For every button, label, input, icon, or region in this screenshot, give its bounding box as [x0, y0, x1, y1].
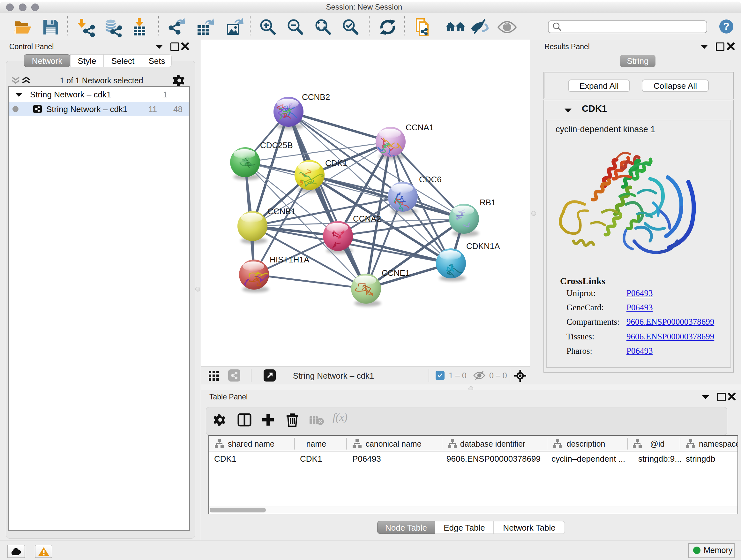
- svg-text:?: ?: [723, 20, 730, 32]
- svg-text:CDK1: CDK1: [325, 159, 347, 168]
- svg-text:CDC25B: CDC25B: [260, 140, 293, 150]
- svg-text:CDKN1A: CDKN1A: [466, 241, 500, 251]
- svg-text:RB1: RB1: [480, 198, 496, 207]
- svg-text:CCNE1: CCNE1: [382, 268, 410, 278]
- svg-text:CCNB1: CCNB1: [267, 206, 295, 216]
- svg-text:CDC6: CDC6: [419, 175, 442, 184]
- svg-text:CCNA1: CCNA1: [406, 123, 434, 132]
- svg-text:CCNA2: CCNA2: [353, 214, 381, 224]
- svg-text:HIST1H1A: HIST1H1A: [270, 255, 310, 264]
- svg-text:CCNB2: CCNB2: [302, 92, 330, 102]
